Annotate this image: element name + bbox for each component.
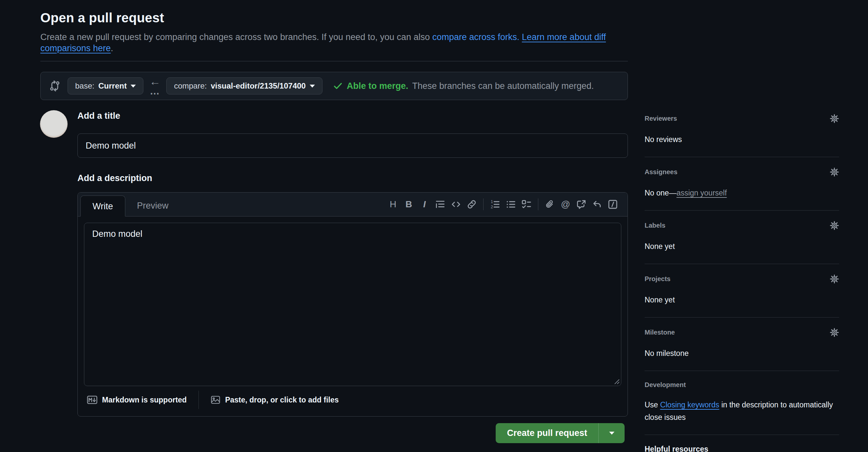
cross-reference-icon[interactable] bbox=[575, 197, 588, 211]
assign-yourself-link[interactable]: assign yourself bbox=[676, 189, 726, 197]
markdown-editor: Write Preview H B I bbox=[78, 192, 628, 417]
git-compare-icon bbox=[49, 80, 60, 92]
heading-icon[interactable]: H bbox=[386, 197, 400, 211]
paste-drop-files-label: Paste, drop, or click to add files bbox=[225, 395, 339, 405]
pr-title-input[interactable] bbox=[78, 133, 628, 158]
tab-write[interactable]: Write bbox=[81, 195, 125, 217]
development-body: Use Closing keywords in the description … bbox=[645, 398, 839, 423]
markdown-supported[interactable]: Markdown is supported bbox=[87, 395, 187, 405]
subtitle-spacer bbox=[519, 32, 522, 42]
closing-keywords-link[interactable]: Closing keywords bbox=[660, 400, 719, 409]
merge-status-bold: Able to merge. bbox=[347, 81, 408, 91]
editor-body: Demo model bbox=[78, 217, 627, 386]
chevron-down-icon bbox=[130, 85, 136, 88]
footer-separator bbox=[198, 391, 199, 409]
editor-footer: Markdown is supported Paste, drop, or cl… bbox=[78, 386, 627, 416]
base-branch-dropdown[interactable]: base: Current bbox=[68, 77, 143, 94]
description-heading: Add a description bbox=[78, 172, 628, 184]
markdown-toolbar: H B I 12 bbox=[386, 194, 620, 215]
branch-compare-bar: base: Current ← … compare: visual-editor… bbox=[40, 72, 628, 100]
base-branch-name: Current bbox=[98, 82, 127, 91]
projects-title: Projects bbox=[645, 275, 671, 283]
main-column: Open a pull request Create a new pull re… bbox=[40, 0, 628, 452]
editor-tabstrip: Write Preview H B I bbox=[78, 193, 627, 217]
quote-icon[interactable] bbox=[433, 197, 447, 211]
assignees-title: Assignees bbox=[645, 168, 677, 176]
ellipsis-icon: … bbox=[150, 86, 160, 96]
reviewers-title: Reviewers bbox=[645, 115, 677, 122]
milestone-gear-button[interactable] bbox=[829, 327, 839, 337]
compare-across-forks-link[interactable]: compare across forks. bbox=[432, 32, 520, 42]
svg-text:2: 2 bbox=[491, 205, 493, 209]
projects-gear-button[interactable] bbox=[829, 274, 839, 284]
assignees-gear-button[interactable] bbox=[829, 167, 839, 177]
compare-branch-prefix: compare: bbox=[174, 82, 207, 91]
milestone-body: No milestone bbox=[645, 347, 839, 359]
compare-branch-name: visual-editor/2135/107400 bbox=[211, 82, 306, 91]
check-icon bbox=[333, 81, 343, 91]
projects-body: None yet bbox=[645, 294, 839, 306]
task-list-icon[interactable] bbox=[520, 197, 533, 211]
header-divider bbox=[40, 61, 628, 61]
unordered-list-icon[interactable] bbox=[504, 197, 518, 211]
base-branch-prefix: base: bbox=[75, 82, 94, 91]
toolbar-separator bbox=[538, 198, 538, 210]
sidebar-section-labels: Labels None yet bbox=[645, 220, 839, 264]
ordered-list-icon[interactable]: 12 bbox=[488, 197, 502, 211]
labels-title: Labels bbox=[645, 221, 665, 229]
sidebar-section-reviewers: Reviewers No reviews bbox=[645, 114, 839, 157]
chevron-down-icon bbox=[609, 432, 614, 434]
merge-status-text: These branches can be automatically merg… bbox=[412, 81, 594, 91]
bold-icon[interactable]: B bbox=[402, 197, 415, 211]
pr-description-textarea[interactable]: Demo model bbox=[84, 223, 621, 386]
slash-commands-icon[interactable] bbox=[606, 197, 620, 211]
sidebar-section-development: Development Use Closing keywords in the … bbox=[645, 381, 839, 435]
labels-body: None yet bbox=[645, 240, 839, 253]
milestone-title: Milestone bbox=[645, 328, 675, 336]
code-icon[interactable] bbox=[449, 197, 463, 211]
page-title: Open a pull request bbox=[40, 9, 628, 26]
reply-icon[interactable] bbox=[590, 197, 604, 211]
sidebar: Reviewers No reviews Assignees No one—as… bbox=[645, 114, 839, 452]
helpful-resources-title: Helpful resources bbox=[645, 445, 839, 452]
mention-icon[interactable]: @ bbox=[559, 197, 572, 211]
link-icon[interactable] bbox=[465, 197, 478, 211]
labels-gear-button[interactable] bbox=[829, 220, 839, 230]
attach-file-icon[interactable] bbox=[543, 197, 557, 211]
page-subtitle: Create a new pull request by comparing c… bbox=[40, 31, 628, 54]
reviewers-gear-button[interactable] bbox=[829, 114, 839, 123]
merge-status: Able to merge. These branches can be aut… bbox=[333, 81, 594, 91]
create-pull-request-button[interactable]: Create pull request bbox=[496, 423, 598, 443]
chevron-down-icon bbox=[310, 85, 315, 88]
avatar bbox=[40, 110, 68, 138]
toolbar-separator bbox=[483, 198, 484, 210]
italic-icon[interactable]: I bbox=[417, 197, 431, 211]
compare-branch-dropdown[interactable]: compare: visual-editor/2135/107400 bbox=[166, 77, 322, 94]
create-pr-options-button[interactable] bbox=[598, 423, 625, 443]
title-heading: Add a title bbox=[78, 110, 628, 121]
development-title: Development bbox=[645, 381, 686, 389]
assignees-none-text: No one— bbox=[645, 189, 676, 197]
sidebar-section-helpful-resources: Helpful resources GitHub Community Guide… bbox=[645, 445, 839, 452]
paste-drop-files[interactable]: Paste, drop, or click to add files bbox=[211, 395, 339, 405]
form-actions: Create pull request bbox=[78, 423, 628, 443]
left-arrow-icon: ← bbox=[149, 76, 160, 87]
pr-form: Add a title Add a description Write Prev… bbox=[40, 110, 628, 452]
create-pr-split-button: Create pull request bbox=[496, 423, 625, 443]
assignees-body: No one—assign yourself bbox=[645, 187, 839, 199]
reviewers-body: No reviews bbox=[645, 133, 839, 146]
subtitle-text: Create a new pull request by comparing c… bbox=[40, 32, 432, 42]
sidebar-section-assignees: Assignees No one—assign yourself bbox=[645, 167, 839, 211]
sidebar-section-projects: Projects None yet bbox=[645, 274, 839, 318]
markdown-supported-label: Markdown is supported bbox=[102, 395, 187, 405]
sidebar-section-milestone: Milestone No milestone bbox=[645, 327, 839, 371]
subtitle-period: . bbox=[111, 43, 114, 53]
svg-text:1: 1 bbox=[491, 199, 493, 204]
development-text-prefix: Use bbox=[645, 400, 660, 409]
tab-preview[interactable]: Preview bbox=[125, 195, 180, 216]
compare-direction-indicator: ← … bbox=[149, 76, 160, 96]
image-icon bbox=[211, 395, 220, 405]
markdown-icon bbox=[87, 395, 97, 404]
